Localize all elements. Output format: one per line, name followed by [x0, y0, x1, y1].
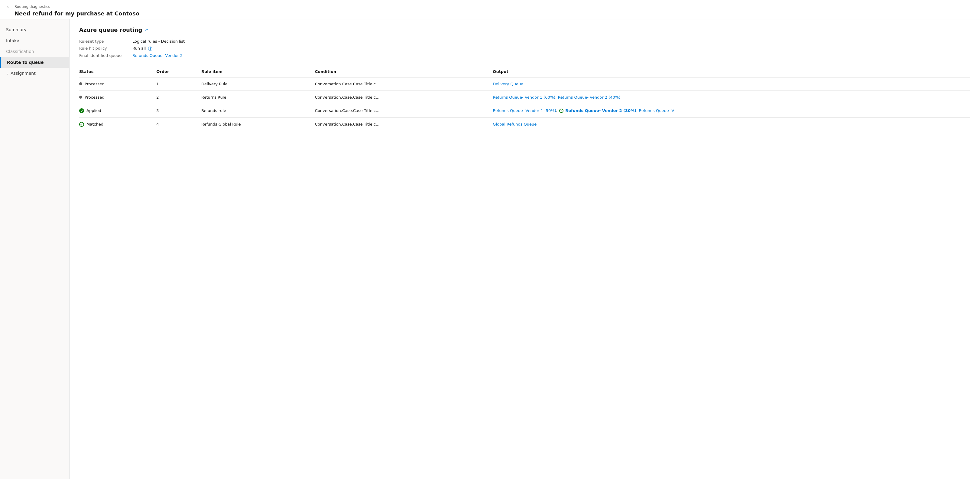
sidebar-item-classification: Classification	[0, 46, 69, 57]
col-status: Status	[79, 66, 156, 77]
order-cell: 2	[156, 91, 201, 104]
info-icon[interactable]: i	[148, 46, 152, 51]
output-link-refunds-vendorv[interactable]: Refunds Queue- V	[639, 109, 674, 113]
rule-item-cell: Refunds Global Rule	[201, 117, 315, 131]
back-button[interactable]: ←	[6, 4, 12, 10]
table-row: Processed 1 Delivery Rule Conversation.C…	[79, 77, 970, 91]
status-dot-processed	[79, 82, 82, 85]
sidebar-item-assignment[interactable]: ⌄ Assignment	[0, 68, 69, 79]
status-cell: Applied	[79, 104, 156, 117]
status-cell: Matched	[79, 117, 156, 131]
table-row: Applied 3 Refunds rule Conversation.Case…	[79, 104, 970, 117]
condition-cell: Conversation.Case.Case Title c...	[315, 77, 493, 91]
status-label: Matched	[86, 122, 103, 126]
output-link-refunds-vendor2[interactable]: Refunds Queue- Vendor 2 (30%)	[565, 109, 636, 113]
table-header-row: Status Order Rule item Condition Output	[79, 66, 970, 77]
col-order: Order	[156, 66, 201, 77]
condition-cell: Conversation.Case.Case Title c...	[315, 91, 493, 104]
status-dot-processed	[79, 96, 82, 99]
status-label: Processed	[84, 82, 105, 86]
output-link-returns-vendor2[interactable]: Returns Queue- Vendor 2 (40%)	[558, 95, 620, 99]
sidebar-item-route-to-queue[interactable]: Route to queue	[0, 57, 69, 68]
sidebar-label-assignment: Assignment	[11, 71, 35, 76]
meta-grid: Ruleset type Logical rules - Decision li…	[79, 39, 970, 58]
rule-item-cell: Returns Rule	[201, 91, 315, 104]
rule-hit-policy-label: Rule hit policy	[79, 46, 127, 51]
col-rule-item: Rule item	[201, 66, 315, 77]
condition-cell: Conversation.Case.Case Title c...	[315, 104, 493, 117]
sidebar-item-intake[interactable]: Intake	[0, 35, 69, 46]
sidebar: Summary Intake Classification Route to q…	[0, 19, 70, 479]
app-container: ← Routing diagnostics Need refund for my…	[0, 0, 980, 479]
col-condition: Condition	[315, 66, 493, 77]
output-link-refunds-vendor1[interactable]: Refunds Queue- Vendor 1 (50%)	[493, 109, 556, 113]
section-title: Azure queue routing ↗︎	[79, 27, 970, 33]
status-check-applied	[79, 109, 84, 113]
condition-cell: Conversation.Case.Case Title c...	[315, 117, 493, 131]
sidebar-item-summary[interactable]: Summary	[0, 24, 69, 35]
order-cell: 4	[156, 117, 201, 131]
inline-check-icon	[559, 109, 563, 113]
section-title-text: Azure queue routing	[79, 27, 142, 33]
sidebar-label-route-to-queue: Route to queue	[7, 60, 44, 65]
output-cell: Delivery Queue	[493, 77, 970, 91]
table-row: Matched 4 Refunds Global Rule Conversati…	[79, 117, 970, 131]
output-cell: Returns Queue- Vendor 1 (60%), Returns Q…	[493, 91, 970, 104]
ruleset-type-value: Logical rules - Decision list	[132, 39, 970, 43]
header: ← Routing diagnostics Need refund for my…	[0, 0, 980, 19]
status-check-matched	[79, 122, 84, 127]
output-cell: Global Refunds Queue	[493, 117, 970, 131]
output-link-returns-vendor1[interactable]: Returns Queue- Vendor 1 (60%)	[493, 95, 555, 99]
breadcrumb: Routing diagnostics	[14, 5, 50, 9]
order-cell: 1	[156, 77, 201, 91]
sidebar-label-intake: Intake	[6, 38, 19, 43]
page-title: Need refund for my purchase at Contoso	[14, 10, 974, 17]
rule-item-cell: Delivery Rule	[201, 77, 315, 91]
final-queue-value[interactable]: Refunds Queue- Vendor 2	[132, 53, 970, 58]
status-cell: Processed	[79, 91, 156, 104]
ruleset-type-label: Ruleset type	[79, 39, 127, 43]
final-queue-label: Final identified queue	[79, 53, 127, 58]
chevron-down-icon: ⌄	[6, 72, 9, 75]
rule-hit-policy-value: Run all i	[132, 46, 970, 51]
col-output: Output	[493, 66, 970, 77]
output-cell: Refunds Queue- Vendor 1 (50%), Refunds Q…	[493, 104, 970, 117]
status-label: Applied	[86, 109, 101, 113]
rules-table: Status Order Rule item Condition Output	[79, 66, 970, 131]
rule-item-cell: Refunds rule	[201, 104, 315, 117]
output-link-global-refunds[interactable]: Global Refunds Queue	[493, 122, 536, 126]
output-link[interactable]: Delivery Queue	[493, 82, 523, 86]
breadcrumb-row: ← Routing diagnostics	[6, 4, 974, 10]
table-row: Processed 2 Returns Rule Conversation.Ca…	[79, 91, 970, 104]
main-layout: Summary Intake Classification Route to q…	[0, 19, 980, 479]
order-cell: 3	[156, 104, 201, 117]
sidebar-label-classification: Classification	[6, 49, 34, 54]
status-label: Processed	[84, 95, 105, 99]
status-cell: Processed	[79, 77, 156, 91]
content-area: Azure queue routing ↗︎ Ruleset type Logi…	[70, 19, 980, 479]
external-link-icon[interactable]: ↗︎	[145, 27, 148, 32]
sidebar-label-summary: Summary	[6, 27, 27, 32]
